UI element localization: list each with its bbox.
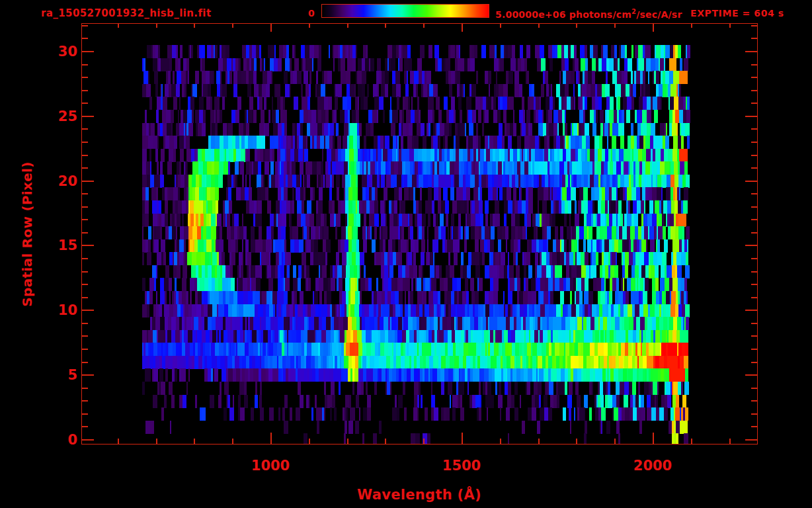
tick-mark <box>82 323 88 324</box>
tick-mark <box>500 24 501 28</box>
tick-mark <box>751 25 757 26</box>
tick-mark <box>347 24 348 28</box>
colorbar <box>321 4 489 18</box>
tick-mark <box>194 24 195 28</box>
tick-mark <box>691 24 692 28</box>
tick-mark <box>751 103 757 104</box>
tick-mark <box>82 232 88 233</box>
tick-mark <box>82 284 88 285</box>
x-tick-label: 2000 <box>623 458 682 474</box>
y-tick-label: 30 <box>39 44 77 60</box>
tick-mark <box>385 439 386 444</box>
colorbar-max-value: 5.00000e+06 <box>495 9 566 20</box>
tick-mark <box>82 64 88 65</box>
tick-mark <box>309 439 310 444</box>
tick-mark <box>423 439 425 444</box>
tick-mark <box>751 64 757 65</box>
tick-mark <box>751 167 757 169</box>
y-tick-label: 10 <box>39 302 77 318</box>
tick-mark <box>745 439 757 441</box>
tick-mark <box>751 297 757 298</box>
colorbar-max-label: 5.00000e+06 photons/cm2/sec/A/sr <box>495 8 682 20</box>
colorbar-units: photons/cm <box>569 9 631 20</box>
tick-mark <box>82 142 88 143</box>
tick-mark <box>82 38 88 39</box>
tick-mark <box>82 103 88 104</box>
x-axis-title: Wavelength (Å) <box>357 487 481 503</box>
tick-mark <box>82 116 94 117</box>
tick-mark <box>751 193 757 194</box>
tick-mark <box>309 24 310 28</box>
tick-mark <box>82 128 88 130</box>
tick-mark <box>653 24 654 32</box>
y-tick-label: 0 <box>39 432 77 448</box>
tick-mark <box>751 323 757 324</box>
tick-mark <box>614 439 616 444</box>
colorbar-units-tail: /sec/A/sr <box>636 9 682 20</box>
tick-mark <box>156 24 157 28</box>
y-tick-label: 20 <box>39 173 77 189</box>
tick-mark <box>232 439 233 444</box>
tick-mark <box>82 167 88 169</box>
tick-mark <box>538 24 540 28</box>
tick-mark <box>745 374 757 376</box>
exptime-label: EXPTIME = 604 s <box>690 8 784 19</box>
tick-mark <box>82 77 88 78</box>
plot-window: { "header": { "title": "ra_150527001932_… <box>0 0 812 508</box>
tick-mark <box>745 245 757 246</box>
tick-mark <box>82 245 94 246</box>
tick-mark <box>751 38 757 39</box>
tick-mark <box>82 219 88 220</box>
x-tick-label: 1000 <box>241 458 300 474</box>
tick-mark <box>751 400 757 402</box>
tick-mark <box>751 413 757 415</box>
tick-mark <box>751 155 757 156</box>
tick-mark <box>751 206 757 208</box>
tick-mark <box>82 206 88 208</box>
tick-mark <box>232 24 233 28</box>
tick-mark <box>614 24 616 28</box>
tick-mark <box>500 439 501 444</box>
tick-mark <box>751 128 757 130</box>
tick-mark <box>691 439 692 444</box>
y-tick-label: 15 <box>39 237 77 253</box>
tick-mark <box>751 77 757 78</box>
tick-mark <box>347 439 348 444</box>
tick-mark <box>82 155 88 156</box>
tick-mark <box>423 24 425 28</box>
tick-mark <box>751 284 757 285</box>
filename-title: ra_150527001932_hisb_lin.fit <box>41 7 211 19</box>
tick-mark <box>745 181 757 182</box>
tick-mark <box>82 271 88 273</box>
tick-mark <box>82 25 88 26</box>
tick-mark <box>751 258 757 259</box>
tick-mark <box>745 310 757 311</box>
tick-mark <box>118 24 119 28</box>
y-tick-label: 25 <box>39 108 77 124</box>
tick-mark <box>751 232 757 233</box>
x-tick-label: 1500 <box>432 458 491 474</box>
tick-mark <box>82 258 88 259</box>
tick-mark <box>745 116 757 117</box>
tick-mark <box>82 297 88 298</box>
tick-mark <box>745 51 757 52</box>
tick-mark <box>82 400 88 402</box>
tick-mark <box>82 51 94 52</box>
tick-mark <box>82 362 88 363</box>
tick-mark <box>156 439 157 444</box>
tick-mark <box>194 439 195 444</box>
tick-mark <box>751 219 757 220</box>
tick-mark <box>82 388 88 389</box>
tick-mark <box>82 374 94 376</box>
tick-mark <box>751 388 757 389</box>
tick-mark <box>751 271 757 273</box>
tick-mark <box>82 90 88 91</box>
y-axis-title: Spatial Row (Pixel) <box>19 161 35 306</box>
tick-mark <box>751 335 757 337</box>
tick-mark <box>385 24 386 28</box>
colorbar-min-label: 0 <box>308 8 315 19</box>
tick-mark <box>82 193 88 194</box>
tick-mark <box>751 426 757 427</box>
tick-mark <box>82 181 94 182</box>
tick-mark <box>751 349 757 350</box>
